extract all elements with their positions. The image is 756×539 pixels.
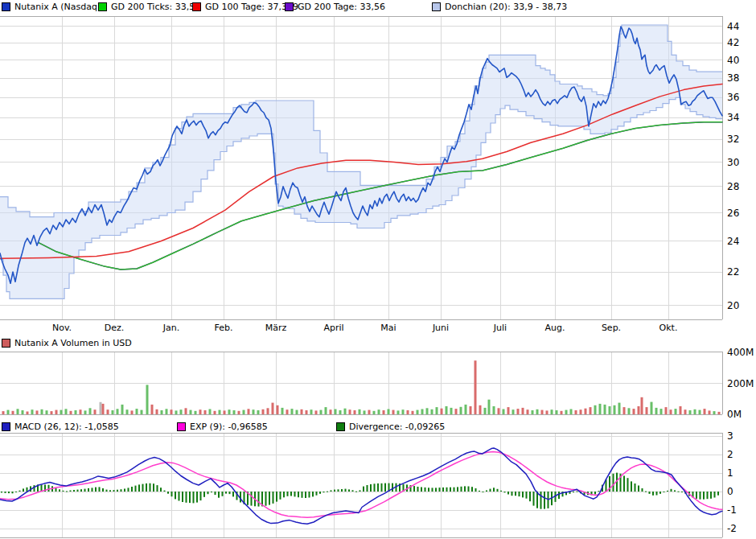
x-axis-label: Nov. (52, 323, 72, 333)
divergence-bar (638, 486, 639, 492)
x-axis-label: Feb. (215, 323, 233, 333)
divergence-bar (678, 492, 680, 492)
divergence-bar (435, 488, 437, 492)
volume-bar (446, 406, 448, 414)
volume-bar (281, 408, 284, 414)
volume-bar (561, 411, 563, 414)
volume-bar (131, 410, 134, 414)
divergence-bar (392, 483, 393, 492)
divergence-bar (273, 492, 274, 504)
divergence-bar (258, 492, 260, 507)
legend-label-volume: Nutanix A Volumen in USD (14, 338, 132, 348)
divergence-bar (642, 488, 643, 492)
volume-bar (75, 410, 77, 414)
divergence-bar (425, 488, 426, 492)
x-axis-label: Okt. (659, 323, 678, 333)
volume-bar (233, 410, 236, 414)
volume-bar (335, 409, 337, 415)
x-axis-label: April (323, 323, 343, 333)
volume-bar (590, 407, 592, 414)
divergence-bar (305, 492, 306, 498)
divergence-bar (48, 485, 50, 492)
volume-bar (364, 410, 366, 414)
divergence-bar (450, 488, 451, 492)
gd100-swatch-icon (192, 2, 201, 11)
legend-item-gd200-tage: GD 200 Tage: 33,56 (285, 2, 385, 12)
volume-bar (286, 409, 289, 414)
divergence-bar (106, 490, 108, 492)
divergence-bar (432, 488, 433, 492)
divergence-bar (355, 492, 357, 492)
macd-y-label: -1 (727, 504, 737, 516)
gd200-tage-swatch-icon (285, 2, 294, 11)
divergence-bar (461, 487, 462, 492)
divergence-bar (203, 492, 205, 497)
volume-bar (46, 410, 48, 414)
price-y-label: 24 (727, 236, 739, 247)
price-y-label: 44 (727, 21, 739, 32)
price-y-label: 42 (727, 37, 739, 48)
divergence-bar (454, 488, 455, 492)
divergence-bar (360, 490, 361, 492)
divergence-bar (627, 478, 629, 492)
legend-label-price: Nutanix A (Nasdaq) (14, 2, 101, 12)
volume-bar (522, 408, 524, 414)
volume-bar (100, 402, 102, 414)
volume-bar (262, 409, 265, 414)
price-y-label: 34 (727, 112, 739, 123)
divergence-bar (95, 488, 97, 492)
volume-bar (484, 408, 487, 414)
divergence-bar (645, 492, 647, 492)
volume-bar (536, 409, 539, 414)
volume-bar (455, 409, 458, 414)
divergence-bar (157, 485, 158, 492)
divergence-bar (196, 492, 198, 503)
divergence-bar (338, 489, 339, 492)
volume-bar (228, 409, 231, 414)
volume-bar (146, 385, 149, 414)
volume-bar (551, 409, 553, 414)
divergence-bar (323, 492, 325, 492)
price-y-label: 38 (727, 72, 739, 84)
divergence-bar (649, 492, 651, 494)
divergence-bar (377, 483, 379, 492)
volume-bar (470, 406, 472, 414)
divergence-bar (664, 492, 665, 492)
divergence-bar (529, 492, 531, 501)
divergence-bar (714, 492, 716, 498)
divergence-bar (99, 487, 101, 492)
volume-bar (117, 409, 119, 414)
divergence-bar (211, 492, 212, 492)
divergence-bar (232, 492, 234, 496)
divergence-bar (464, 486, 466, 492)
divergence-bar (319, 492, 321, 494)
volume-bar (392, 410, 395, 414)
divergence-bar (703, 492, 705, 500)
divergence-bar (497, 489, 499, 492)
volume-bar (161, 410, 163, 414)
volume-bar (465, 405, 467, 414)
divergence-bar (717, 492, 719, 496)
volume-y-label: 400M (727, 347, 754, 358)
divergence-bar (623, 475, 625, 492)
volume-bar (89, 408, 92, 414)
divergence-bar (215, 492, 216, 495)
volume-bar (7, 410, 10, 414)
divergence-bar (80, 489, 82, 492)
volume-bar (330, 409, 332, 414)
volume-bar (102, 404, 105, 414)
volume-bar (512, 409, 515, 414)
divergence-bar (124, 489, 125, 492)
volume-bar (614, 405, 616, 414)
volume-bar (136, 409, 138, 414)
divergence-bar (490, 489, 491, 492)
divergence-bar (66, 492, 68, 492)
price-y-label: 40 (727, 55, 739, 66)
volume-bar (315, 410, 318, 414)
volume-bar (704, 409, 706, 414)
legend-item-volume: Nutanix A Volumen in USD (2, 338, 132, 348)
divergence-bar (15, 492, 17, 492)
volume-bar (41, 409, 43, 414)
volume-bar (80, 409, 82, 414)
divergence-bar (77, 490, 79, 492)
